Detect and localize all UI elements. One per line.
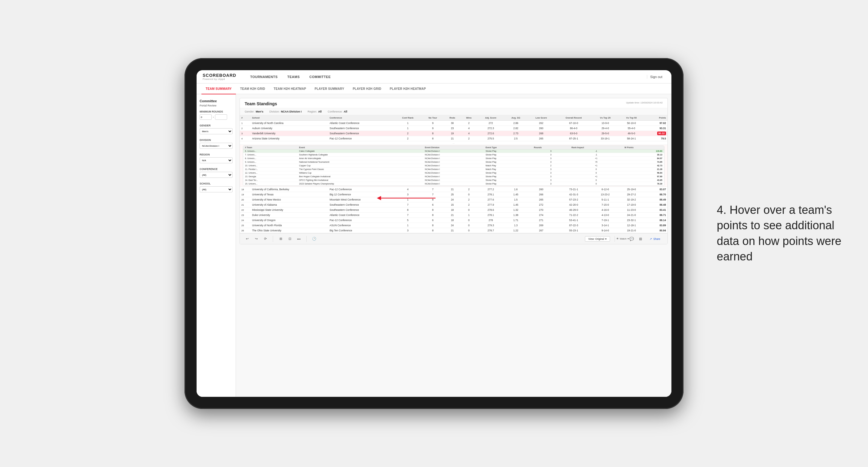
wins: 2 (461, 203, 477, 208)
vs-top25: 33-19-1 (592, 136, 619, 141)
nav-teams[interactable]: TEAMS (282, 70, 305, 84)
toolbar-clock[interactable]: 🕐 (311, 236, 317, 242)
filter-gender-value: Men's (256, 110, 264, 113)
toolbar-comment[interactable]: 💬 (628, 236, 634, 242)
table-row[interactable]: 4 Arizona State University Pac-12 Confer… (240, 136, 668, 141)
sidebar-school-select[interactable]: (All) (199, 186, 232, 192)
rnds: 19 (444, 131, 461, 136)
table-row[interactable]: 2 Auburn University Southeastern Confere… (240, 126, 668, 131)
points-cell[interactable]: 88.49 (645, 197, 668, 203)
sidebar-division-select[interactable]: NCAA Division I (199, 143, 232, 149)
adj-score: 277.9 (477, 203, 504, 208)
col-overall: Overall Record (555, 115, 592, 121)
filter-row: Gender: Men's Division: NCAA Division I … (240, 108, 668, 115)
conf-rank: 5 (394, 218, 422, 223)
avg-sg: 2.73 (504, 131, 527, 136)
logo-text: SCOREBOARD (203, 73, 236, 78)
low-score: 270 (527, 208, 555, 213)
sidebar-portal-subtitle: Portal Review (199, 104, 232, 107)
points-cell[interactable]: 97.02 (645, 121, 668, 126)
tooltip-event: The Cypress Point Classic (297, 167, 423, 171)
tab-team-summary[interactable]: TEAM SUMMARY (202, 84, 236, 94)
table-row[interactable]: 25 University of North Florida ASUN Conf… (240, 223, 668, 228)
toolbar-copy[interactable]: ⊞ (278, 236, 284, 242)
overall-record: 71-22-2 (555, 213, 592, 218)
share-button[interactable]: ↗ Share (647, 237, 663, 241)
tooltip-rounds: 3 (532, 182, 569, 186)
points-value: 90.32 (657, 131, 666, 135)
points-cell[interactable]: 88.14 (645, 218, 668, 223)
table-row[interactable]: 21 University of Alabama Southeastern Co… (240, 203, 668, 208)
col-conference: Conference (328, 115, 394, 121)
tab-player-h2h-grid[interactable]: PLAYER H2H GRID (348, 84, 385, 94)
sidebar-gender-select[interactable]: Men's (199, 128, 232, 134)
school-name: University of Oregon (250, 218, 328, 223)
toolbar-watch[interactable]: 👁 Watch ▾ (619, 236, 625, 242)
points-cell[interactable]: 88.70 (645, 192, 668, 197)
points-cell[interactable]: 83.89 (645, 223, 668, 228)
tooltip-expanded-row: # Team Event Event Division Event Type R… (240, 145, 668, 187)
tooltip-event-type: Stroke Play (484, 179, 532, 182)
sidebar-region-select[interactable]: N/A (199, 157, 232, 163)
toolbar-paste[interactable]: ⊡ (287, 236, 293, 242)
toolbar-more[interactable]: ••• (296, 236, 302, 242)
sidebar-min-input[interactable] (199, 114, 212, 120)
points-cell[interactable]: 88.48 (645, 203, 668, 208)
tab-player-summary[interactable]: PLAYER SUMMARY (310, 84, 348, 94)
table-row[interactable]: 19 University of Texas Big 12 Conference… (240, 192, 668, 197)
tooltip-rounds: 3 (532, 179, 569, 182)
tab-team-h2h-grid[interactable]: TEAM H2H GRID (236, 84, 270, 94)
points-cell[interactable]: 90.32 (645, 131, 668, 136)
points-value: 88.14 (660, 219, 666, 222)
overall-record: 86-4-0 (555, 126, 592, 131)
tooltip-data-row: 9. Univers... National Invitational Tour… (243, 160, 664, 164)
vs-top50: 24-21-0 (618, 213, 645, 218)
nav-tournaments[interactable]: TOURNAMENTS (245, 70, 282, 84)
nav-bar: SCOREBOARD Powered by clippd TOURNAMENTS… (196, 70, 672, 84)
table-row[interactable]: 1 University of North Carolina Atlantic … (240, 121, 668, 126)
table-row[interactable]: 24 University of Oregon Pac-12 Conferenc… (240, 218, 668, 223)
low-score: 265 (527, 197, 555, 203)
table-row[interactable]: 20 University of New Mexico Mountain Wes… (240, 197, 668, 203)
table-row[interactable]: 22 Mississippi State University Southeas… (240, 208, 668, 213)
tooltip-event: Copper Cup (297, 164, 423, 167)
avg-sg: 1.45 (504, 203, 527, 208)
col-points: Points (645, 115, 668, 121)
tab-player-h2h-heatmap[interactable]: PLAYER H2H HEATMAP (385, 84, 430, 94)
points-cell[interactable]: 88.71 (645, 213, 668, 218)
nav-committee[interactable]: COMMITTEE (305, 70, 336, 84)
points-cell[interactable]: 83.41 (645, 208, 668, 213)
points-cell[interactable]: 79.5 (645, 136, 668, 141)
tooltip-rounds: 2 (532, 164, 569, 167)
vs-top50: 32-19-2 (618, 197, 645, 203)
points-cell[interactable]: 80.94 (645, 228, 668, 233)
points-cell[interactable]: 83.07 (645, 187, 668, 192)
adj-score: 279.3 (477, 223, 504, 228)
table-row[interactable]: 26 The Ohio State University Big Ten Con… (240, 228, 668, 233)
points-cell[interactable]: 93.31 (645, 126, 668, 131)
vs-top50: 17-19-0 (618, 203, 645, 208)
tooltip-event-div: NCAA Division I (423, 171, 484, 175)
table-row[interactable]: 23 Duke University Atlantic Coast Confer… (240, 213, 668, 218)
conf-rank: 2 (394, 136, 422, 141)
watch-label: Watch (620, 238, 626, 240)
annotation-text: 4. Hover over a team's points to see add… (717, 203, 844, 264)
tab-team-h2h-heatmap[interactable]: TEAM H2H HEATMAP (270, 84, 310, 94)
tooltip-rounds: 3 (532, 157, 569, 160)
conf-rank: 8 (394, 208, 422, 213)
conference-name: Southeastern Conference (328, 126, 394, 131)
toolbar-redo[interactable]: ↪ (253, 236, 259, 242)
sign-out-link[interactable]: Sign out (647, 75, 665, 79)
toolbar-undo[interactable]: ↩ (244, 236, 250, 242)
view-button[interactable]: View: Original ▾ (585, 236, 610, 242)
sidebar-conference-select[interactable]: (All) (199, 172, 232, 178)
filter-conference: Conference: All (328, 110, 347, 113)
overall-record: 55-23-1 (555, 228, 592, 233)
toolbar-refresh[interactable]: ⟳ (262, 236, 268, 242)
tooltip-data-row: 7. Univers... Southern Highlands Collegi… (243, 153, 664, 157)
table-row[interactable]: 3 Vanderbilt University Southeastern Con… (240, 131, 668, 136)
filter-region-label: Region: (308, 110, 317, 113)
table-row[interactable]: 18 University of California, Berkeley Pa… (240, 187, 668, 192)
sidebar-max-input[interactable] (215, 114, 227, 120)
toolbar-grid[interactable]: ⊞ (638, 236, 644, 242)
